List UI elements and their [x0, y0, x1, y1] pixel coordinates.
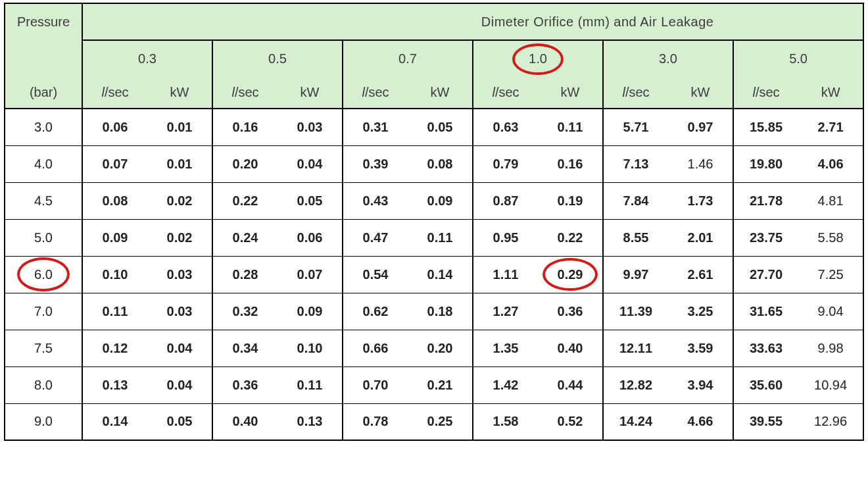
value-cell: 2.01 [668, 219, 733, 256]
value-cell: 39.55 [733, 403, 798, 440]
value-cell: 0.05 [277, 182, 343, 219]
value-cell: 3.25 [668, 293, 733, 330]
pressure-cell: 7.5 [5, 330, 82, 366]
table-row: 4.00.070.010.200.040.390.080.790.167.131… [5, 145, 863, 182]
value-cell: 0.14 [408, 256, 473, 293]
value-cell: 0.04 [147, 366, 212, 403]
value-cell: 1.58 [473, 403, 538, 440]
value-cell: 0.31 [343, 109, 408, 145]
value-cell: 1.46 [668, 145, 733, 182]
value-cell: 0.52 [538, 403, 603, 440]
pressure-cell: 3.0 [5, 109, 82, 145]
value-cell: 7.25 [798, 256, 863, 293]
value-cell: 0.06 [277, 219, 343, 256]
unit-flow: l/sec [343, 77, 408, 109]
table-row: 3.00.060.010.160.030.310.050.630.115.710… [5, 109, 863, 145]
value-cell: 0.16 [538, 145, 603, 182]
value-cell: 0.21 [408, 366, 473, 403]
value-cell: 0.14 [82, 403, 147, 440]
value-cell: 1.27 [473, 293, 538, 330]
value-cell: 0.11 [82, 293, 147, 330]
table-header: Pressure Dimeter Orifice (mm) and Air Le… [5, 3, 863, 109]
value-cell: 0.07 [277, 256, 343, 293]
value-cell: 0.11 [277, 366, 343, 403]
value-cell: 27.70 [733, 256, 798, 293]
unit-power: kW [798, 77, 863, 109]
value-cell: 12.96 [798, 403, 863, 440]
value-cell: 2.71 [798, 109, 863, 145]
value-cell: 3.59 [668, 330, 733, 366]
value-cell: 0.20 [212, 145, 277, 182]
table-body: 3.00.060.010.160.030.310.050.630.115.710… [5, 109, 863, 440]
value-cell: 4.66 [668, 403, 733, 440]
value-cell: 0.09 [82, 219, 147, 256]
value-cell: 0.54 [343, 256, 408, 293]
value-cell: 0.09 [408, 182, 473, 219]
unit-power: kW [668, 77, 733, 109]
unit-flow: l/sec [473, 77, 538, 109]
value-cell: 0.08 [82, 182, 147, 219]
pressure-cell: 4.0 [5, 145, 82, 182]
diameter-header: 5.0 [733, 40, 863, 77]
unit-power: kW [538, 77, 603, 109]
value-cell: 0.03 [277, 109, 343, 145]
value-cell: 0.28 [212, 256, 277, 293]
pressure-unit: (bar) [5, 77, 82, 109]
unit-power: kW [408, 77, 473, 109]
table-row: 4.50.080.020.220.050.430.090.870.197.841… [5, 182, 863, 219]
pressure-cell: 5.0 [5, 219, 82, 256]
value-cell: 0.13 [277, 403, 343, 440]
value-cell: 5.71 [603, 109, 668, 145]
value-cell: 0.25 [408, 403, 473, 440]
value-cell: 12.82 [603, 366, 668, 403]
value-cell: 0.39 [343, 145, 408, 182]
value-cell: 19.80 [733, 145, 798, 182]
value-cell: 7.84 [603, 182, 668, 219]
value-cell: 10.94 [798, 366, 863, 403]
diameter-header: 1.0 [473, 40, 603, 77]
value-cell: 15.85 [733, 109, 798, 145]
value-cell: 0.70 [343, 366, 408, 403]
value-cell: 0.13 [82, 366, 147, 403]
value-cell: 4.06 [798, 145, 863, 182]
value-cell: 0.87 [473, 182, 538, 219]
value-cell: 0.19 [538, 182, 603, 219]
value-cell: 1.11 [473, 256, 538, 293]
value-cell: 33.63 [733, 330, 798, 366]
value-cell: 0.43 [343, 182, 408, 219]
value-cell: 0.36 [538, 293, 603, 330]
pressure-header-spacer [5, 40, 82, 77]
value-cell: 0.34 [212, 330, 277, 366]
table-row: 5.00.090.020.240.060.470.110.950.228.552… [5, 219, 863, 256]
pressure-cell: 8.0 [5, 366, 82, 403]
value-cell: 0.95 [473, 219, 538, 256]
value-cell: 0.32 [212, 293, 277, 330]
pressure-cell: 7.0 [5, 293, 82, 330]
value-cell: 0.16 [212, 109, 277, 145]
value-cell: 0.62 [343, 293, 408, 330]
value-cell: 5.58 [798, 219, 863, 256]
value-cell: 0.06 [82, 109, 147, 145]
value-cell: 14.24 [603, 403, 668, 440]
value-cell: 4.81 [798, 182, 863, 219]
value-cell: 0.78 [343, 403, 408, 440]
value-cell: 0.07 [82, 145, 147, 182]
value-cell: 1.42 [473, 366, 538, 403]
value-cell: 9.98 [798, 330, 863, 366]
unit-flow: l/sec [212, 77, 277, 109]
value-cell: 0.24 [212, 219, 277, 256]
unit-flow: l/sec [82, 77, 147, 109]
table-row: 6.00.100.030.280.070.540.141.110.299.972… [5, 256, 863, 293]
unit-power: kW [277, 77, 343, 109]
value-cell: 0.10 [82, 256, 147, 293]
table-row: 7.50.120.040.340.100.660.201.350.4012.11… [5, 330, 863, 366]
highlight-circle-icon [512, 43, 564, 75]
value-cell: 0.18 [408, 293, 473, 330]
value-cell: 1.73 [668, 182, 733, 219]
value-cell: 0.11 [538, 109, 603, 145]
value-cell: 0.04 [147, 330, 212, 366]
value-cell: 9.97 [603, 256, 668, 293]
value-cell: 0.22 [538, 219, 603, 256]
highlight-circle-icon [542, 258, 598, 291]
value-cell: 23.75 [733, 219, 798, 256]
